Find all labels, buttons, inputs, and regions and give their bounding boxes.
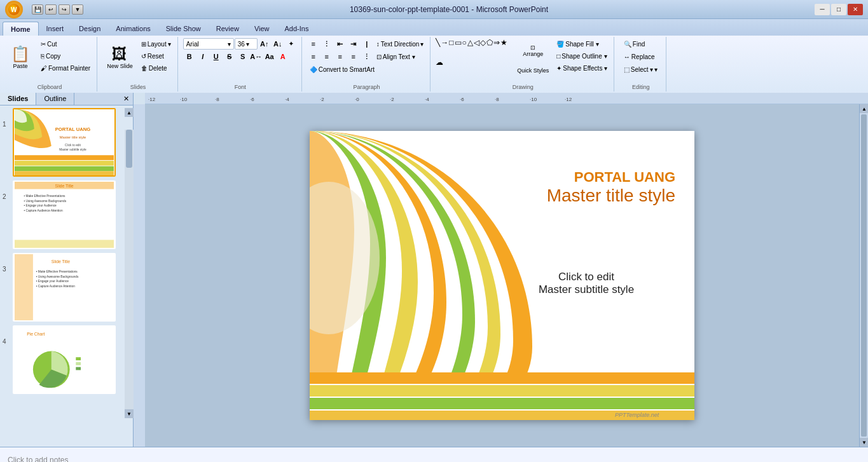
outline-tab[interactable]: Outline [36,93,74,105]
cloud-shape[interactable]: ☁ [436,58,443,77]
new-slide-button[interactable]: 🖼 New Slide [102,38,137,76]
slide-main[interactable]: PPTTemplate.net PORTAL UANG Master title… [310,131,694,420]
cut-button[interactable]: ✂ Cut [38,38,93,50]
slide-thumb-4[interactable]: 4 Pie Chart [3,325,130,394]
slide-thumb-2[interactable]: 2 Slide Title • Make Effective Presentat… [3,180,130,249]
align-center-button[interactable]: ≡ [320,51,333,62]
rtriangle-shape[interactable]: ◁ [474,38,479,57]
svg-text:·10: ·10 [180,97,188,102]
scroll-down-btn[interactable]: ▼ [125,409,134,418]
arrange-button[interactable]: ⊡ Arrange [513,38,553,64]
align-right-button[interactable]: ≡ [334,51,347,62]
shadow-button[interactable]: S [237,51,249,62]
slides-panel-close[interactable]: ✕ [120,93,133,105]
slide-thumb-3[interactable]: 3 Slide Title • Make Effective Presentat… [3,253,130,322]
diamond-shape[interactable]: ◇ [480,38,486,57]
rect-shape[interactable]: □ [449,38,453,57]
tab-animations[interactable]: Animations [108,22,158,36]
font-name-dropdown[interactable]: Arial ▾ [183,38,234,50]
dropdown-btn[interactable]: ▼ [72,4,83,15]
copy-button[interactable]: ⎘ Copy [38,50,93,62]
notes-bar[interactable]: Click to add notes [0,447,868,462]
minimize-button[interactable]: ─ [815,4,830,15]
tab-slideshow[interactable]: Slide Show [158,22,209,36]
slide-thumb-1[interactable]: 1 PORTAL UAN [3,108,130,177]
redo-btn[interactable]: ↪ [59,4,70,15]
tab-addins[interactable]: Add-Ins [277,22,317,36]
paste-button[interactable]: 📋 Paste [6,38,34,76]
scroll-up-btn[interactable]: ▲ [125,108,134,117]
align-left-button[interactable]: ≡ [307,51,320,62]
align-text-button[interactable]: ⊡ Align Text ▾ [374,51,418,62]
text-direction-button[interactable]: ↕ Text Direction ▾ [374,38,427,50]
tab-home[interactable]: Home [3,22,39,36]
reset-button[interactable]: ↺ Reset [139,50,174,62]
svg-text:• Using Awesome Backgrounds: • Using Awesome Backgrounds [24,200,66,203]
font-size-dropdown[interactable]: 36 ▾ [235,38,258,50]
slides-tab[interactable]: Slides [0,93,36,105]
close-button[interactable]: ✕ [848,4,863,15]
slide-preview-4[interactable]: Pie Chart [13,325,116,394]
char-spacing-button[interactable]: A↔ [250,51,263,62]
shape-outline-button[interactable]: □ Shape Outline ▾ [554,50,610,62]
maximize-button[interactable]: □ [831,4,846,15]
col-separator-button[interactable]: | [361,38,373,50]
line-shape[interactable]: ╲ [436,38,440,57]
scroll-thumb[interactable] [126,130,132,168]
circle-shape[interactable]: ○ [462,38,467,57]
find-button[interactable]: 🔍 Find [621,38,647,50]
numbered-list-button[interactable]: ⋮ [320,38,333,50]
office-button[interactable]: W [5,1,23,18]
slide-canvas[interactable]: PPTTemplate.net PORTAL UANG Master title… [145,104,859,447]
font-color-button[interactable]: A [277,51,289,62]
shape-effects-button[interactable]: ✦ Shape Effects ▾ [554,62,610,74]
increase-indent-button[interactable]: ⇥ [347,38,360,50]
strikethrough-button[interactable]: S [223,51,236,62]
star-shape[interactable]: ★ [500,38,507,57]
slides-scrollbar[interactable]: ▲ ▼ [125,108,134,413]
arrow2-shape[interactable]: ⇒ [493,38,500,57]
triangle-shape[interactable]: △ [467,38,473,57]
clipboard-label: Clipboard [3,84,97,90]
select-button[interactable]: ⬚ Select ▾ ▾ [621,64,661,75]
save-btn[interactable]: 💾 [32,4,43,15]
case-button[interactable]: Aa [263,51,276,62]
svg-text:·6: ·6 [250,97,254,102]
canvas-scroll-up[interactable]: ▲ [860,104,868,113]
svg-text:·4: ·4 [425,97,429,102]
decrease-font-button[interactable]: A↓ [272,38,284,50]
bullet-list-button[interactable]: ≡ [307,38,320,50]
canvas-area: ·12 ·10 ·8 ·6 ·4 ·2 ·0 ·2 ·4 ·6 ·8 ·10 ·… [134,93,868,447]
shape-fill-button[interactable]: 🪣 Shape Fill ▾ [554,38,610,50]
quick-styles-button[interactable]: Quick Styles [513,64,553,77]
increase-font-button[interactable]: A↑ [258,38,271,50]
underline-button[interactable]: U [210,51,223,62]
undo-btn[interactable]: ↩ [45,4,57,15]
columns-button[interactable]: ⋮ [361,51,373,62]
clear-format-button[interactable]: ✦ [285,38,298,50]
slide-preview-1[interactable]: PORTAL UANG Master title style Click to … [13,108,116,177]
justify-button[interactable]: ≡ [347,51,360,62]
canvas-scroll-thumb[interactable] [861,114,867,437]
canvas-scroll-down[interactable]: ▼ [860,438,868,447]
italic-button[interactable]: I [196,51,209,62]
slide-preview-2[interactable]: Slide Title • Make Effective Presentatio… [13,180,116,249]
arrow-shape[interactable]: → [441,38,448,57]
delete-button[interactable]: 🗑 Delete [139,62,174,74]
bold-button[interactable]: B [183,51,196,62]
canvas-scrollbar-vertical[interactable]: ▲ ▼ [859,104,868,447]
convert-smartart-button[interactable]: 🔷 Convert to SmartArt [307,64,377,75]
replace-button[interactable]: ↔ Replace [621,51,658,62]
size-dropdown-arrow: ▾ [246,41,249,48]
tab-review[interactable]: Review [209,22,247,36]
drawing-label: Drawing [432,84,614,90]
tab-view[interactable]: View [247,22,277,36]
decrease-indent-button[interactable]: ⇤ [334,38,347,50]
layout-button[interactable]: ⊞ Layout ▾ [139,38,174,50]
round-rect-shape[interactable]: ▭ [455,38,462,57]
tab-design[interactable]: Design [71,22,108,36]
format-painter-button[interactable]: 🖌 Format Painter [38,62,93,74]
tab-insert[interactable]: Insert [39,22,72,36]
slide-preview-3[interactable]: Slide Title • Make Effective Presentatio… [13,253,116,322]
penta-shape[interactable]: ⬠ [486,38,493,57]
